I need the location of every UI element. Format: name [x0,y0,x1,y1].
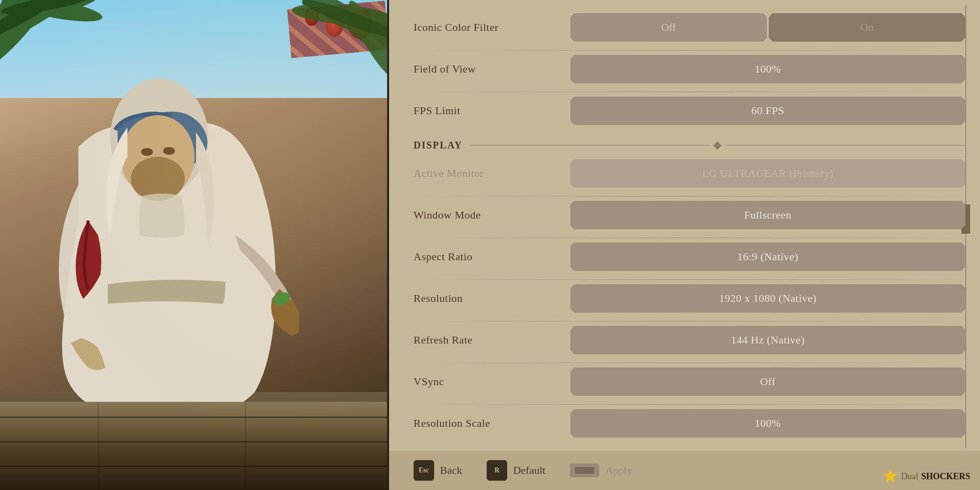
setting-row-resolution-scale: Resolution Scale 100% [414,406,965,441]
separator [414,196,965,196]
setting-control-active-monitor: LG ULTRAGEAR (Primary) [570,159,965,188]
section-diamond-icon [713,141,722,149]
toggle-on-label: On [860,21,874,34]
section-line [470,145,710,146]
setting-row-vsync: VSync Off [414,364,965,399]
setting-value-fps: 60 FPS [751,104,784,117]
apply-key-icon [570,464,599,477]
setting-control-aspect-ratio[interactable]: 16:9 (Native) [570,243,965,271]
setting-row-window-mode: Window Mode Fullscreen [414,197,965,233]
setting-control-resolution[interactable]: 1920 x 1080 (Native) [570,284,965,313]
back-button[interactable]: Esc Back [414,460,462,481]
setting-control-window-mode[interactable]: Fullscreen [570,201,965,229]
setting-value-refresh-rate: 144 Hz (Native) [731,334,805,346]
setting-label-fov: Field of View [414,63,570,75]
toggle-off-option[interactable]: Off [570,13,767,42]
setting-row-iconic-color-filter: Iconic Color Filter Off On [414,10,965,45]
setting-label-vsync: VSync [414,375,570,388]
setting-label-resolution-scale: Resolution Scale [414,417,570,430]
watermark-shockers: SHOCKERS [921,471,970,482]
watermark: Dual SHOCKERS [882,468,970,484]
back-label: Back [440,464,462,477]
separator [414,404,965,405]
section-line-right [725,145,965,146]
svg-point-16 [141,148,153,156]
setting-control-resolution-scale[interactable]: 100% [570,409,965,438]
setting-row-fps: FPS Limit 60 FPS [414,93,965,128]
r-key-badge: R [487,460,507,481]
setting-value-fov: 100% [755,63,781,75]
setting-value-resolution: 1920 x 1080 (Native) [719,292,817,305]
setting-value-aspect-ratio: 16:9 (Native) [737,250,798,263]
game-screenshot [0,0,387,490]
setting-label-active-monitor: Active Monitor [414,167,570,180]
apply-label: Apply [605,464,632,477]
separator [414,50,965,50]
toggle-iconic-color-filter[interactable]: Off On [570,13,965,42]
setting-value-window-mode: Fullscreen [744,209,792,221]
setting-row-resolution: Resolution 1920 x 1080 (Native) [414,281,965,316]
setting-label-window-mode: Window Mode [414,209,570,221]
default-label: Default [513,464,545,477]
setting-control-fov[interactable]: 100% [570,55,965,83]
setting-label-fps: FPS Limit [414,104,570,117]
setting-value-vsync: Off [760,375,776,388]
setting-label-iconic-color-filter: Iconic Color Filter [414,21,570,34]
display-section-title: DISPLAY [414,140,463,151]
setting-label-refresh-rate: Refresh Rate [414,334,570,346]
watermark-dual: Dual [901,471,918,482]
separator [414,363,965,363]
separator [414,279,965,280]
setting-row-aspect-ratio: Aspect Ratio 16:9 (Native) [414,239,965,274]
setting-row-fov: Field of View 100% [414,51,965,87]
toggle-off-label: Off [661,21,676,34]
settings-panel: Iconic Color Filter Off On Field of View… [389,0,980,490]
setting-row-refresh-rate: Refresh Rate 144 Hz (Native) [414,322,965,358]
default-button[interactable]: R Default [487,460,545,481]
toggle-on-option[interactable]: On [769,13,965,42]
setting-control-refresh-rate[interactable]: 144 Hz (Native) [570,326,965,354]
separator [414,92,965,92]
separator [414,238,965,238]
apply-key-inner [575,467,594,474]
separator [414,321,965,321]
esc-key-badge: Esc [414,460,434,481]
display-section-header: DISPLAY [414,140,965,151]
setting-label-resolution: Resolution [414,292,570,305]
setting-value-active-monitor: LG ULTRAGEAR (Primary) [702,167,833,180]
setting-row-active-monitor: Active Monitor LG ULTRAGEAR (Primary) [414,156,965,191]
setting-label-aspect-ratio: Aspect Ratio [414,250,570,263]
watermark-icon [882,468,898,484]
setting-value-resolution-scale: 100% [755,417,781,430]
setting-control-vsync[interactable]: Off [570,368,965,396]
setting-control-fps[interactable]: 60 FPS [570,97,965,125]
apply-button[interactable]: Apply [570,464,632,477]
svg-point-17 [163,147,175,155]
